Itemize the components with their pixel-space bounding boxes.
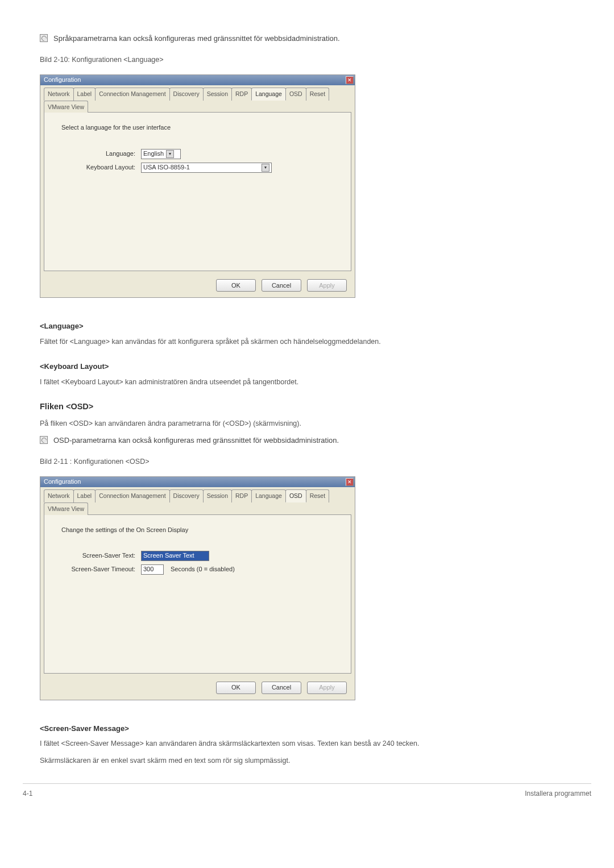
footer-section-title: Installera programmet: [525, 788, 591, 799]
keyboard-row: Keyboard Layout: USA ISO-8859-1 ▾: [61, 163, 334, 173]
tab-language[interactable]: Language: [251, 489, 286, 502]
language-section-text: Fältet för <Language> kan användas för a…: [40, 336, 591, 347]
figure-caption-2: Bild 2-11 : Konfigurationen <OSD>: [40, 456, 591, 467]
ok-button[interactable]: OK: [216, 279, 256, 292]
apply-button[interactable]: Apply: [307, 682, 347, 694]
dialog-title: Configuration: [44, 477, 81, 487]
tab-row: Network Label Connection Management Disc…: [40, 487, 355, 515]
configuration-dialog-language: Configuration ✕ Network Label Connection…: [40, 74, 355, 298]
tab-connection-management[interactable]: Connection Management: [95, 489, 169, 502]
tab-panel-language: Select a language for the user interface…: [44, 112, 351, 271]
cancel-button[interactable]: Cancel: [262, 279, 301, 292]
note-icon: [40, 436, 48, 444]
tab-session[interactable]: Session: [203, 489, 232, 502]
configuration-dialog-osd: Configuration ✕ Network Label Connection…: [40, 476, 355, 700]
language-select-value: English: [143, 149, 164, 159]
language-select[interactable]: English ▾: [141, 149, 181, 159]
figure-caption-1: Bild 2-10: Konfigurationen <Language>: [40, 54, 591, 65]
saver-timeout-input[interactable]: 300: [141, 564, 164, 575]
tab-osd[interactable]: OSD: [285, 88, 306, 101]
saver-timeout-value: 300: [143, 564, 154, 575]
tab-row: Network Label Connection Management Disc…: [40, 85, 355, 113]
close-icon[interactable]: ✕: [346, 76, 354, 84]
tab-vmware-view[interactable]: VMware View: [44, 101, 88, 113]
note-text: Språkparametrarna kan också konfigureras…: [53, 33, 340, 45]
tab-language[interactable]: Language: [251, 88, 286, 101]
keyboard-label: Keyboard Layout:: [61, 163, 135, 173]
tab-label[interactable]: Label: [73, 489, 96, 502]
page-footer: 4-1 Installera programmet: [23, 783, 591, 799]
saver-text-label: Screen-Saver Text:: [61, 551, 135, 561]
keyboard-select[interactable]: USA ISO-8859-1 ▾: [141, 163, 272, 173]
tab-connection-management[interactable]: Connection Management: [95, 88, 169, 101]
tab-network[interactable]: Network: [44, 489, 74, 502]
tab-osd[interactable]: OSD: [285, 489, 306, 502]
cancel-button[interactable]: Cancel: [262, 682, 301, 694]
saver-timeout-suffix: Seconds (0 = disabled): [171, 564, 235, 575]
keyboard-section-heading: <Keyboard Layout>: [40, 361, 591, 373]
osd-tab-text: På fliken <OSD> kan användaren ändra par…: [40, 418, 591, 429]
osd-tab-heading: Fliken <OSD>: [40, 400, 591, 413]
tab-rdp[interactable]: RDP: [231, 88, 252, 101]
tab-label[interactable]: Label: [73, 88, 96, 101]
language-row: Language: English ▾: [61, 149, 334, 159]
tab-reset[interactable]: Reset: [306, 88, 329, 101]
dialog-titlebar: Configuration ✕: [40, 75, 355, 85]
saver-text-value: Screen Saver Text: [143, 551, 194, 561]
close-icon[interactable]: ✕: [346, 478, 354, 486]
tab-discovery[interactable]: Discovery: [169, 88, 204, 101]
dialog-titlebar: Configuration ✕: [40, 477, 355, 487]
note-row: Språkparametrarna kan också konfigureras…: [40, 33, 591, 45]
tab-vmware-view[interactable]: VMware View: [44, 502, 88, 515]
saver-section-text-2: Skärmsläckaren är en enkel svart skärm m…: [40, 755, 591, 766]
tab-reset[interactable]: Reset: [306, 489, 329, 502]
dialog-title: Configuration: [44, 75, 81, 85]
note-icon: [40, 34, 48, 42]
ok-button[interactable]: OK: [216, 682, 256, 694]
saver-text-row: Screen-Saver Text: Screen Saver Text: [61, 551, 334, 561]
keyboard-section-text: I fältet <Keyboard Layout> kan administr…: [40, 376, 591, 388]
note-row: OSD-parametrarna kan också konfigureras …: [40, 435, 591, 447]
note-text: OSD-parametrarna kan också konfigureras …: [53, 435, 339, 447]
saver-section-text-1: I fältet <Screen-Saver Message> kan anvä…: [40, 738, 591, 749]
panel-intro: Select a language for the user interface: [61, 123, 334, 133]
chevron-down-icon: ▾: [262, 164, 269, 172]
language-section-heading: <Language>: [40, 321, 591, 333]
saver-timeout-row: Screen-Saver Timeout: 300 Seconds (0 = d…: [61, 564, 334, 575]
saver-timeout-label: Screen-Saver Timeout:: [61, 564, 135, 575]
language-label: Language:: [61, 149, 135, 159]
tab-rdp[interactable]: RDP: [231, 489, 252, 502]
tab-panel-osd: Change the settings of the On Screen Dis…: [44, 514, 351, 674]
saver-section-heading: <Screen-Saver Message>: [40, 723, 591, 735]
apply-button[interactable]: Apply: [307, 279, 347, 292]
tab-discovery[interactable]: Discovery: [169, 489, 204, 502]
saver-text-input[interactable]: Screen Saver Text: [141, 551, 209, 561]
dialog-buttons: OK Cancel Apply: [40, 677, 355, 700]
tab-session[interactable]: Session: [203, 88, 232, 101]
chevron-down-icon: ▾: [166, 150, 174, 158]
tab-network[interactable]: Network: [44, 88, 74, 101]
keyboard-select-value: USA ISO-8859-1: [143, 163, 190, 173]
dialog-buttons: OK Cancel Apply: [40, 275, 355, 297]
panel-intro: Change the settings of the On Screen Dis…: [61, 525, 334, 535]
page-number: 4-1: [23, 788, 32, 799]
